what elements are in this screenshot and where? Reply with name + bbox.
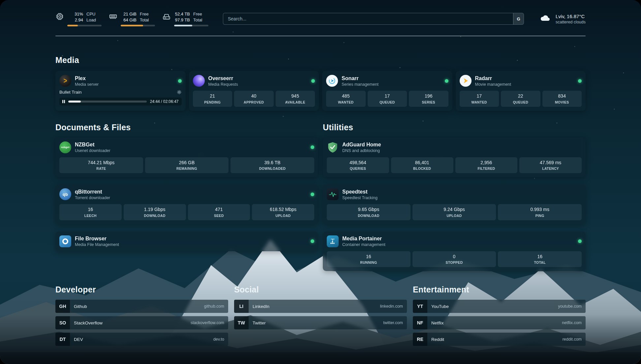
service-title: Plex [75, 75, 99, 81]
card-qbittorrent[interactable]: qb qBittorrent Torrent downloader 16 LEE… [55, 184, 318, 224]
ram-icon [109, 12, 117, 22]
stat-value: 1.19 Gbps [125, 207, 185, 213]
utilities-section: Utilities AdGuard Home DNS and [323, 123, 586, 271]
bookmark-stackoverflow[interactable]: SO StackOverflow stackoverflow.com [55, 316, 228, 329]
stat-value: 22 [502, 93, 539, 99]
service-title: Sonarr [342, 75, 379, 81]
stat-label: RATE [61, 167, 142, 170]
stat-tile: 196 SERIES [409, 91, 448, 107]
stat-tile: 22 QUEUED [501, 91, 540, 107]
weather-location: Lviv, 16.87°C [556, 14, 586, 19]
service-subtitle: Media server [75, 82, 99, 87]
stat-label: QUEUED [502, 100, 539, 104]
card-portainer[interactable]: Media Portainer Container management 16 … [323, 231, 586, 271]
bookmark-youtube[interactable]: YT YouTube youtube.com [413, 300, 586, 313]
cpu-load-value: 2.94 [67, 17, 83, 23]
stat-tile: 471 SEED [188, 204, 250, 220]
plex-icon: > [59, 75, 71, 87]
service-subtitle: DNS and adblocking [342, 148, 381, 153]
search-input[interactable] [223, 13, 524, 25]
bookmark-url: youtube.com [558, 304, 582, 309]
cpu-progress-bar [67, 25, 102, 26]
stat-label: DOWNLOAD [328, 214, 409, 218]
stat-value: 21 [194, 93, 231, 99]
stat-value: 47.569 ms [521, 160, 580, 166]
entertainment-section-title: Entertainment [413, 285, 586, 294]
stat-value: 618.52 Mbps [253, 207, 313, 213]
stat-tile: 39.6 TB DOWNLOADED [230, 157, 314, 173]
stat-value: 17 [369, 93, 406, 99]
stat-label: PENDING [194, 100, 231, 104]
stat-label: QUERIES [328, 167, 388, 170]
stat-label: DOWNLOADED [232, 167, 313, 170]
bookmark-url: github.com [204, 304, 224, 309]
plex-player-bar[interactable]: 24:44 / 02:06:47 [59, 98, 182, 106]
stat-value: 2,956 [457, 160, 516, 166]
service-subtitle: Series management [342, 82, 379, 87]
service-subtitle: Container management [342, 242, 385, 247]
stat-tile: 834 MOVIES [542, 91, 582, 107]
bookmark-dev[interactable]: DT DEV dev.to [55, 333, 228, 346]
stat-label: WANTED [461, 100, 498, 104]
stat-label: TOTAL [499, 260, 580, 264]
weather-widget: Lviv, 16.87°C scattered clouds [538, 13, 586, 25]
bookmark-reddit[interactable]: RE Reddit reddit.com [413, 333, 586, 346]
overseerr-icon [193, 75, 205, 87]
stat-value: 266 GB [146, 160, 228, 166]
service-title: Overseerr [208, 75, 238, 81]
stat-tile: 21 PENDING [193, 91, 232, 107]
card-adguard[interactable]: AdGuard Home DNS and adblocking 498,564 … [323, 137, 586, 177]
search-engine-button[interactable]: G [513, 13, 524, 24]
bookmark-twitter[interactable]: TW Twitter twitter.com [234, 316, 407, 329]
ram-total-label: Total [140, 17, 149, 23]
playback-progress[interactable] [68, 101, 147, 103]
cpu-label: CPU [86, 11, 96, 17]
stat-tile: 945 AVAILABLE [276, 91, 315, 107]
card-nzbget[interactable]: nzbget NZBGet Usenet downloader 744.21 M… [55, 137, 318, 177]
cpu-metric: 31% 2.94 CPU Load [55, 11, 102, 26]
adguard-icon [327, 141, 339, 153]
stat-tile: 0 STOPPED [412, 251, 496, 267]
ram-progress-bar [121, 25, 155, 26]
stat-value: 0.993 ms [499, 207, 580, 213]
card-overseerr[interactable]: Overseerr Media Requests 21 PENDING 40 A… [189, 71, 319, 111]
stat-tile: 40 APPROVED [234, 91, 274, 107]
youtube-icon: YT [413, 300, 427, 313]
bookmark-netflix[interactable]: NF Netflix netflix.com [413, 316, 586, 329]
pause-icon[interactable] [62, 100, 65, 103]
ram-total-value: 64 GiB [121, 17, 137, 23]
developer-section-title: Developer [55, 285, 228, 294]
social-section-title: Social [234, 285, 407, 294]
bookmark-linkedin[interactable]: LI LinkedIn linkedin.com [234, 300, 407, 313]
system-metrics: 31% 2.94 CPU Load [55, 11, 208, 26]
disk-progress-bar [174, 25, 208, 26]
bookmark-url: netflix.com [562, 320, 582, 325]
card-filebrowser[interactable]: File Browser Media File Management [55, 231, 318, 251]
bookmark-group-developer: Developer GH Github github.com SO StackO… [55, 285, 228, 349]
bookmark-name: Reddit [431, 337, 444, 342]
card-sonarr[interactable]: Sonarr Series management 485 WANTED 17 Q… [322, 71, 452, 111]
status-dot [311, 193, 314, 196]
status-dot [578, 239, 582, 243]
bookmark-group-entertainment: Entertainment YT YouTube youtube.com NF … [413, 285, 586, 349]
stat-value: 17 [461, 93, 498, 99]
filebrowser-icon [59, 235, 71, 247]
qbittorrent-icon: qb [59, 188, 71, 200]
gear-icon[interactable] [177, 90, 182, 95]
status-dot [311, 145, 314, 149]
stat-label: AVAILABLE [277, 100, 314, 104]
stat-label: MOVIES [544, 100, 581, 104]
stat-tile: 9.65 Gbps DOWNLOAD [327, 204, 411, 220]
card-radarr[interactable]: Radarr Movie management 17 WANTED 22 QUE… [456, 71, 586, 111]
stat-label: UPLOAD [414, 214, 495, 218]
card-plex[interactable]: > Plex Media server Bullet Train [55, 71, 186, 111]
dashboard-frame: 31% 2.94 CPU Load [0, 0, 641, 364]
stat-label: FILTERED [457, 167, 516, 170]
stackoverflow-icon: SO [55, 316, 70, 329]
stat-label: SERIES [410, 100, 447, 104]
bookmark-github[interactable]: GH Github github.com [55, 300, 228, 313]
stat-tile: 485 WANTED [326, 91, 366, 107]
disk-free-label: Free [193, 11, 202, 17]
bookmark-url: linkedin.com [380, 304, 403, 309]
card-speedtest[interactable]: Speedtest Speedtest Tracking 9.65 Gbps D… [323, 184, 586, 224]
